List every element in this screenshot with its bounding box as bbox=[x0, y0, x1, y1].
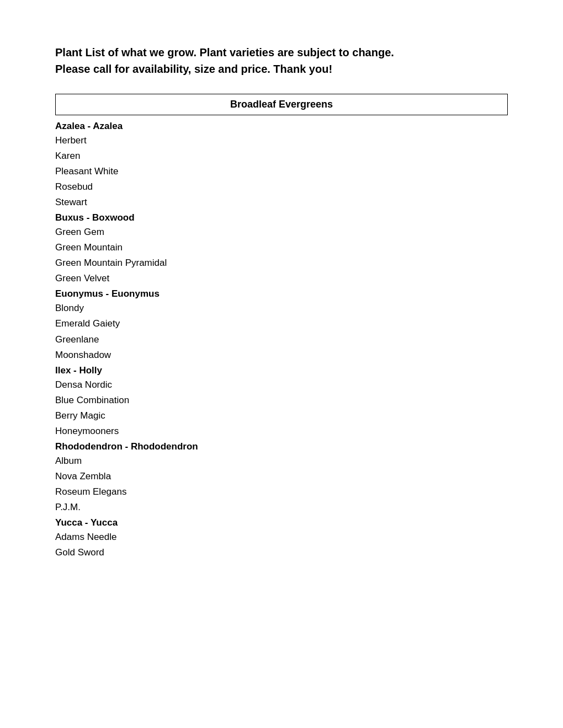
plant-item: Emerald Gaiety bbox=[55, 316, 508, 331]
plant-item: Herbert bbox=[55, 133, 508, 148]
plant-item: P.J.M. bbox=[55, 500, 508, 515]
plant-item: Densa Nordic bbox=[55, 377, 508, 393]
category-title-euonymus: Euonymus - Euonymus bbox=[55, 288, 508, 299]
category-title-yucca: Yucca - Yucca bbox=[55, 517, 508, 528]
plant-item: Stewart bbox=[55, 195, 508, 210]
plant-item: Roseum Elegans bbox=[55, 484, 508, 500]
category-title-azalea: Azalea - Azalea bbox=[55, 121, 508, 132]
plant-item: Green Velvet bbox=[55, 271, 508, 286]
section-header-box: Broadleaf Evergreens bbox=[55, 94, 508, 115]
plant-item: Berry Magic bbox=[55, 408, 508, 424]
plant-item: Adams Needle bbox=[55, 529, 508, 545]
plant-item: Green Mountain Pyramidal bbox=[55, 255, 508, 271]
plant-list: Azalea - AzaleaHerbertKarenPleasant Whit… bbox=[55, 121, 508, 560]
plant-item: Nova Zembla bbox=[55, 469, 508, 484]
plant-item: Album bbox=[55, 453, 508, 469]
plant-item: Blue Combination bbox=[55, 393, 508, 408]
category-title-buxus: Buxus - Boxwood bbox=[55, 212, 508, 223]
plant-item: Pleasant White bbox=[55, 164, 508, 179]
intro-paragraph: Plant List of what we grow. Plant variet… bbox=[55, 44, 508, 77]
plant-item: Green Gem bbox=[55, 224, 508, 240]
plant-item: Rosebud bbox=[55, 179, 508, 195]
category-title-rhododendron: Rhododendron - Rhododendron bbox=[55, 441, 508, 452]
plant-item: Greenlane bbox=[55, 332, 508, 347]
category-title-ilex: Ilex - Holly bbox=[55, 365, 508, 376]
plant-item: Karen bbox=[55, 148, 508, 164]
intro-line2: Please call for availability, size and p… bbox=[55, 63, 332, 75]
plant-item: Green Mountain bbox=[55, 240, 508, 255]
plant-item: Gold Sword bbox=[55, 545, 508, 560]
plant-item: Moonshadow bbox=[55, 347, 508, 363]
plant-item: Honeymooners bbox=[55, 424, 508, 439]
intro-line1: Plant List of what we grow. Plant variet… bbox=[55, 46, 394, 58]
section-title: Broadleaf Evergreens bbox=[230, 99, 333, 110]
plant-item: Blondy bbox=[55, 301, 508, 316]
